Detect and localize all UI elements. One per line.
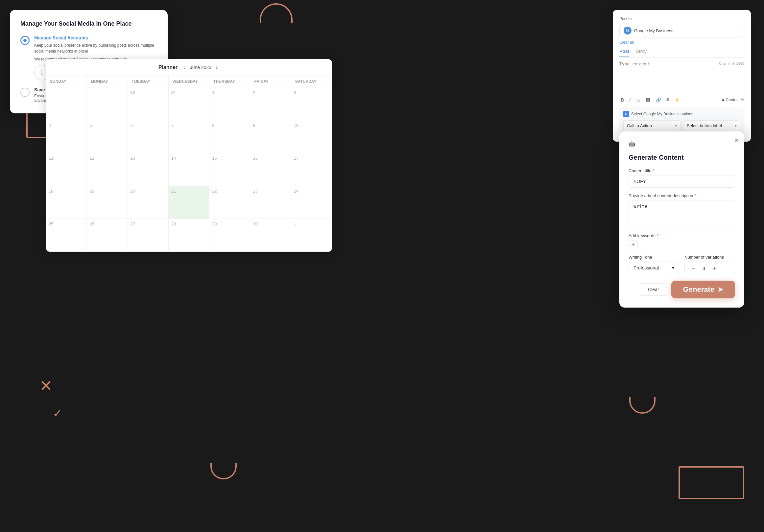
add-keyword-btn[interactable]: +: [629, 240, 638, 250]
content-title-input[interactable]: [629, 175, 735, 188]
table-row[interactable]: 5: [87, 120, 127, 153]
button-label-select[interactable]: Select button label ▾: [683, 120, 740, 131]
cta-select-label: Call to Action: [627, 123, 652, 128]
image-btn[interactable]: 🖼: [644, 96, 652, 103]
table-row[interactable]: 19: [87, 186, 127, 219]
deco-arc-bottom: [210, 463, 237, 479]
manage-social-radio[interactable]: [20, 36, 30, 45]
modal-close-btn[interactable]: ✕: [734, 137, 739, 144]
clear-all-link[interactable]: Clear all: [619, 40, 744, 45]
deco-arc-right: [629, 397, 656, 414]
cta-select[interactable]: Call to Action ▾: [623, 120, 680, 131]
table-row[interactable]: 20: [128, 186, 169, 219]
cal-day-fri: FRIDAY: [250, 76, 291, 88]
button-label-text: Select button label: [687, 123, 722, 128]
bold-btn[interactable]: B: [619, 96, 625, 103]
post-story-tabs: Post Story: [619, 49, 744, 58]
hash-btn[interactable]: #: [665, 96, 670, 103]
variations-label: Number of variations: [684, 255, 735, 260]
italic-btn[interactable]: I: [628, 96, 632, 103]
emoji-btn[interactable]: ☺: [635, 96, 642, 103]
account-name: Google My Business: [634, 28, 731, 33]
planner-next-btn[interactable]: ›: [214, 64, 220, 71]
content-desc-field: Provide a brief content description *: [629, 193, 735, 228]
table-row[interactable]: 26: [87, 219, 127, 252]
post-panel-account[interactable]: G Google My Business ⋮: [619, 24, 744, 38]
save-time-radio[interactable]: [20, 88, 30, 97]
table-row[interactable]: 4: [46, 120, 87, 153]
lightning-btn[interactable]: ⚡: [673, 96, 681, 103]
table-row[interactable]: 1: [291, 219, 332, 252]
post-content-input[interactable]: [619, 62, 744, 88]
table-row[interactable]: 10: [291, 120, 332, 153]
table-row[interactable]: 31: [169, 88, 209, 120]
content-title-field: Content title *: [629, 168, 735, 188]
table-row[interactable]: [87, 88, 127, 120]
cal-day-wed: WEDNESDAY: [169, 76, 209, 88]
account-menu-icon[interactable]: ⋮: [734, 27, 740, 34]
button-label-arrow-icon: ▾: [735, 123, 737, 128]
table-row[interactable]: 11: [46, 153, 87, 186]
table-row[interactable]: 9: [250, 120, 291, 153]
generate-button[interactable]: Generate ➤: [671, 280, 735, 298]
tone-variations-row: Writing Tone Professional ▾ Number of va…: [629, 255, 735, 275]
table-row[interactable]: 8: [209, 120, 250, 153]
content-ai-btn[interactable]: ◆ Content AI: [722, 97, 744, 102]
table-row[interactable]: 23: [250, 186, 291, 219]
table-row[interactable]: 27: [128, 219, 169, 252]
table-row[interactable]: 7: [169, 120, 209, 153]
table-row[interactable]: 30: [128, 88, 169, 120]
table-row[interactable]: 15: [209, 153, 250, 186]
account-icon: G: [624, 27, 632, 35]
writing-tone-select[interactable]: Professional ▾: [629, 262, 679, 274]
table-row[interactable]: 1: [209, 88, 250, 120]
table-row[interactable]: 3: [291, 88, 332, 120]
content-ai-icon: ◆: [722, 97, 724, 102]
content-ai-label: Content AI: [726, 97, 744, 102]
table-row[interactable]: 18: [46, 186, 87, 219]
table-row[interactable]: 12: [87, 153, 127, 186]
variations-control: − 3 +: [684, 262, 735, 275]
cal-day-sat: SATURDAY: [291, 76, 332, 88]
table-row[interactable]: 22: [209, 186, 250, 219]
table-row[interactable]: 24: [291, 186, 332, 219]
variations-minus-btn[interactable]: −: [689, 265, 697, 272]
writing-tone-label: Writing Tone: [629, 255, 679, 260]
generate-arrow-icon: ➤: [718, 285, 723, 293]
content-desc-input[interactable]: [629, 200, 735, 226]
table-row[interactable]: 25: [46, 219, 87, 252]
keywords-label: Add keywords *: [629, 233, 735, 238]
table-row[interactable]: 16: [250, 153, 291, 186]
table-row[interactable]: 30: [250, 219, 291, 252]
table-row[interactable]: 21: [169, 186, 209, 219]
planner-prev-btn[interactable]: ‹: [181, 64, 187, 71]
planner-title: Planner: [158, 65, 178, 70]
variations-plus-btn[interactable]: +: [710, 265, 718, 272]
tab-story[interactable]: Story: [636, 49, 647, 57]
tab-post[interactable]: Post: [619, 49, 629, 57]
table-row[interactable]: 14: [169, 153, 209, 186]
planner-header: Planner ‹ June 2023 ›: [46, 59, 332, 76]
table-row[interactable]: 6: [128, 120, 169, 153]
writing-tone-arrow-icon: ▾: [672, 265, 674, 270]
table-row[interactable]: 2: [250, 88, 291, 120]
clear-button[interactable]: Clear: [640, 283, 667, 296]
table-row[interactable]: [46, 88, 87, 120]
cal-day-sun: SUNDAY: [46, 76, 87, 88]
table-row[interactable]: 13: [128, 153, 169, 186]
cal-day-mon: MONDAY: [87, 76, 127, 88]
table-row[interactable]: 28: [169, 219, 209, 252]
post-panel: Post to G Google My Business ⋮ Clear all…: [613, 10, 751, 142]
table-row[interactable]: 17: [291, 153, 332, 186]
generate-modal: ✕ 🤖 Generate Content Content title * Pro…: [619, 131, 744, 307]
writing-tone-value: Professional: [634, 265, 659, 270]
link-btn[interactable]: 🔗: [654, 96, 663, 103]
gmb-icon: G: [623, 111, 629, 117]
manage-social-desc: Keep your social presence active by publ…: [34, 42, 157, 54]
deco-check-icon: ✓: [53, 407, 63, 420]
table-row[interactable]: 29: [209, 219, 250, 252]
required-indicator-2: *: [695, 193, 696, 198]
cal-day-tue: TUESDAY: [128, 76, 169, 88]
required-indicator-3: *: [657, 233, 659, 238]
generate-btn-label: Generate: [683, 285, 714, 294]
